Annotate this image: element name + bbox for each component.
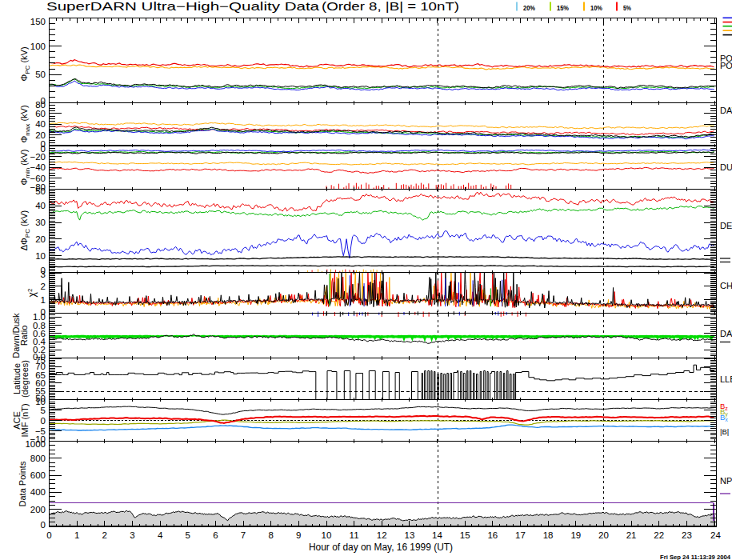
- svg-text:20: 20: [35, 234, 46, 244]
- svg-text:150: 150: [30, 17, 46, 26]
- svg-text:5: 5: [185, 530, 190, 540]
- svg-text:Data Points: Data Points: [18, 461, 27, 506]
- svg-text:600: 600: [30, 470, 46, 480]
- svg-text:400: 400: [30, 487, 46, 497]
- svg-text:2: 2: [41, 282, 46, 291]
- svg-text:12: 12: [377, 530, 387, 540]
- svg-text:3: 3: [41, 270, 46, 279]
- svg-text:14: 14: [432, 530, 442, 540]
- svg-text:0: 0: [46, 530, 51, 540]
- svg-text:4: 4: [158, 530, 163, 540]
- svg-text:15%: 15%: [557, 4, 569, 12]
- svg-text:−20: −20: [30, 152, 46, 162]
- svg-text:23: 23: [682, 530, 692, 540]
- svg-text:−60: −60: [30, 174, 46, 183]
- svg-text:IMF (nT): IMF (nT): [20, 403, 30, 437]
- svg-text:Hour of day on May, 16 1999 (U: Hour of day on May, 16 1999 (UT): [309, 542, 453, 553]
- svg-text:20: 20: [35, 130, 46, 140]
- svg-text:|B|: |B|: [720, 427, 729, 436]
- svg-text:NP: NP: [720, 476, 732, 486]
- svg-text:17: 17: [515, 530, 526, 540]
- svg-text:21: 21: [626, 530, 637, 540]
- svg-text:−40: −40: [30, 162, 46, 172]
- svg-text:8: 8: [268, 530, 273, 540]
- svg-text:19: 19: [570, 530, 581, 540]
- svg-text:6: 6: [213, 530, 218, 540]
- svg-text:0: 0: [41, 416, 46, 426]
- svg-text:DAWN: DAWN: [720, 329, 732, 338]
- svg-text:Ratio: Ratio: [19, 326, 29, 346]
- svg-text:50: 50: [35, 70, 46, 79]
- svg-text:15: 15: [460, 530, 470, 540]
- svg-text:CHI: CHI: [720, 281, 732, 290]
- svg-text:7: 7: [241, 530, 246, 540]
- svg-text:2: 2: [102, 530, 107, 540]
- svg-text:DEL: DEL: [720, 221, 732, 230]
- svg-text:1: 1: [74, 530, 79, 540]
- svg-text:24: 24: [710, 530, 721, 540]
- svg-text:30: 30: [35, 218, 46, 227]
- svg-text:SuperDARN Ultra−High−Quality D: SuperDARN Ultra−High−Quality Data: [46, 0, 320, 13]
- svg-text:5: 5: [41, 406, 46, 415]
- svg-text:10%: 10%: [590, 4, 602, 12]
- svg-text:11: 11: [350, 530, 359, 540]
- svg-text:200: 200: [30, 505, 46, 514]
- svg-text:(Order 8, |B| = 10nT): (Order 8, |B| = 10nT): [322, 0, 459, 13]
- svg-text:10: 10: [322, 530, 332, 540]
- svg-text:100: 100: [30, 42, 46, 51]
- svg-text:20%: 20%: [523, 4, 535, 12]
- svg-text:10: 10: [35, 251, 46, 261]
- svg-text:50: 50: [35, 186, 46, 196]
- svg-text:1000: 1000: [25, 439, 46, 449]
- svg-text:40: 40: [35, 119, 46, 129]
- svg-text:18: 18: [543, 530, 554, 540]
- svg-text:DAWN: DAWN: [720, 106, 732, 115]
- svg-text:(degrees): (degrees): [20, 360, 30, 398]
- svg-text:5%: 5%: [623, 4, 631, 12]
- svg-text:16: 16: [487, 530, 498, 540]
- svg-text:1: 1: [41, 295, 46, 305]
- svg-text:LLBL: LLBL: [720, 374, 732, 384]
- svg-text:3: 3: [130, 530, 134, 540]
- svg-text:800: 800: [30, 454, 46, 463]
- svg-text:13: 13: [405, 530, 415, 540]
- svg-text:9: 9: [296, 530, 301, 540]
- svg-text:DUSK: DUSK: [720, 162, 732, 172]
- svg-text:0: 0: [41, 520, 46, 530]
- svg-text:60: 60: [35, 109, 46, 118]
- svg-text:40: 40: [35, 201, 46, 210]
- svg-text:22: 22: [654, 530, 664, 540]
- svg-text:Fri Sep 24 11:13:39 2004: Fri Sep 24 11:13:39 2004: [660, 554, 731, 560]
- svg-text:POT: POT: [720, 61, 732, 70]
- svg-text:20: 20: [598, 530, 609, 540]
